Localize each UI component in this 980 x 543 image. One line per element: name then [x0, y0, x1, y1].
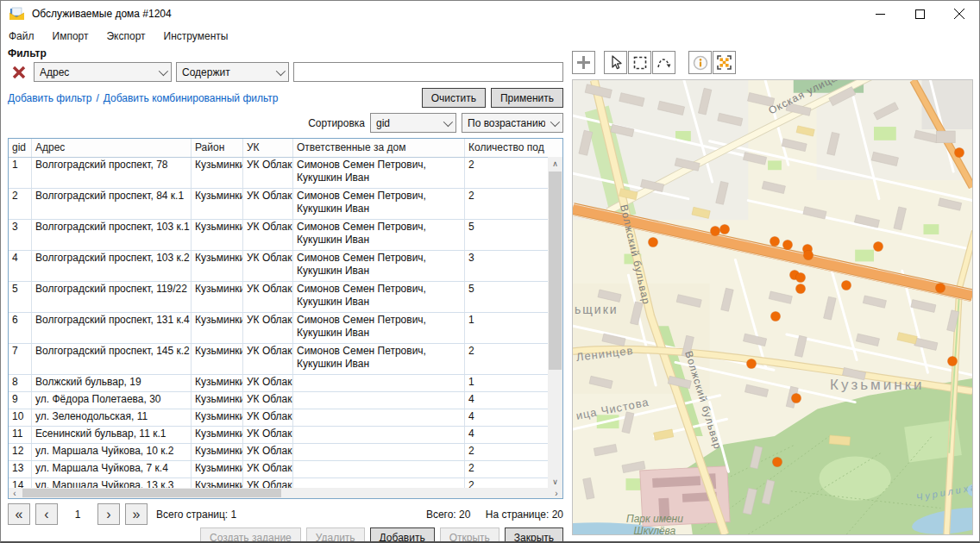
menu-export[interactable]: Экспорт [106, 30, 145, 42]
cell-responsible: Симонов Семен Петрович, Кукушкин Иван [293, 344, 465, 374]
table-row[interactable]: 11Есенинский бульвар, 11 к.1КузьминкиУК … [9, 427, 548, 444]
map-canvas[interactable]: Окская улицаВолжский бульварВолжский бул… [572, 79, 973, 535]
scroll-right-icon[interactable]: › [550, 488, 562, 498]
cell-responsible [293, 409, 465, 426]
house-marker[interactable] [711, 227, 720, 236]
add-filter-link[interactable]: Добавить фильтр [8, 92, 91, 104]
col-header-responsible[interactable]: Ответственные за дом [293, 139, 465, 157]
delete-button[interactable]: Удалить [306, 527, 365, 541]
house-marker[interactable] [842, 281, 851, 290]
prev-page-button[interactable]: ‹ [35, 503, 58, 525]
last-page-button[interactable]: » [125, 503, 148, 525]
sort-direction-select[interactable]: По возрастанию [462, 113, 563, 133]
house-marker[interactable] [874, 242, 883, 252]
table-row[interactable]: 7Волгоградский проспект, 145 к.2Кузьминк… [9, 344, 548, 375]
table-row[interactable]: 2Волгоградский проспект, 84 к.1Кузьминки… [9, 189, 548, 220]
map-tool-info[interactable] [688, 51, 712, 74]
cell-uk: УК Облака [243, 427, 293, 443]
open-button[interactable]: Открыть [440, 527, 499, 541]
house-marker[interactable] [792, 394, 801, 403]
cell-district: Кузьминки [192, 392, 243, 409]
cell-responsible: Симонов Семен Петрович, Кукушкин Иван [293, 189, 465, 219]
house-marker[interactable] [936, 284, 945, 293]
filter-operator-select[interactable]: Содержит [176, 62, 289, 82]
house-marker[interactable] [948, 357, 958, 366]
menu-tools[interactable]: Инструменты [164, 30, 229, 42]
create-task-button[interactable]: Создать задание [200, 527, 301, 541]
totals: Всего: 20 На странице: 20 [414, 509, 563, 521]
col-header-gid[interactable]: gid [9, 139, 32, 157]
scroll-left-icon[interactable]: ‹ [9, 488, 21, 498]
col-header-address[interactable]: Адрес [32, 139, 192, 157]
house-marker[interactable] [804, 251, 814, 260]
cell-address: Волжский бульвар, 19 [32, 375, 192, 391]
add-combined-filter-link[interactable]: Добавить комбинированный фильтр [104, 92, 279, 104]
cell-address: Волгоградский проспект, 119/22 [32, 282, 192, 312]
house-marker[interactable] [649, 238, 658, 247]
cell-district: Кузьминки [192, 282, 243, 312]
table-row[interactable]: 4Волгоградский проспект, 103 к.2Кузьминк… [9, 251, 548, 282]
house-marker[interactable] [796, 284, 806, 294]
horizontal-scrollbar[interactable]: ‹ › [9, 488, 562, 498]
vertical-scroll-thumb[interactable] [549, 172, 562, 370]
filter-row: Адрес Содержит [8, 62, 563, 82]
menu-import[interactable]: Импорт [53, 30, 89, 42]
minimize-button[interactable] [860, 1, 900, 27]
map-tool-fit-markers[interactable] [713, 51, 736, 74]
filter-value-input[interactable] [293, 62, 563, 82]
house-marker[interactable] [770, 237, 780, 247]
on-page-count-label: На странице: 20 [486, 509, 563, 521]
filter-operator-value: Содержит [182, 66, 271, 78]
maximize-icon [915, 9, 925, 19]
add-button[interactable]: Добавить [370, 527, 435, 541]
house-marker[interactable] [771, 312, 781, 321]
map-tool-select[interactable] [604, 51, 627, 74]
table-row[interactable]: 10ул. Зеленодольская, 11КузьминкиУК Обла… [9, 409, 548, 427]
table-header: gid Адрес Район УК Ответственные за дом … [9, 139, 562, 158]
table-row[interactable]: 12ул. Маршала Чуйкова, 10 к.2КузьминкиУК… [9, 444, 548, 461]
table-row[interactable]: 8Волжский бульвар, 19КузьминкиУК Облака1 [9, 375, 548, 392]
filter-field-select[interactable]: Адрес [34, 62, 172, 82]
table-row[interactable]: 1Волгоградский проспект, 78КузьминкиУК О… [9, 158, 548, 189]
map-label: Волжский бульвар [682, 350, 723, 451]
cell-count: 5 [465, 220, 548, 250]
cell-gid: 12 [9, 444, 32, 460]
house-marker[interactable] [773, 458, 782, 467]
col-header-count[interactable]: Количество под [465, 139, 562, 157]
vertical-scrollbar[interactable]: ∧ ∨ [548, 157, 562, 488]
apply-button[interactable]: Применить [491, 88, 563, 108]
map-tool-rect-select[interactable] [628, 51, 651, 74]
remove-filter-icon[interactable] [11, 65, 27, 80]
col-header-district[interactable]: Район [192, 139, 243, 157]
cell-uk: УК Облака [243, 313, 293, 343]
horizontal-scroll-thumb[interactable] [22, 489, 281, 497]
house-marker[interactable] [955, 148, 964, 158]
table-row[interactable]: 5Волгоградский проспект, 119/22Кузьминки… [9, 282, 548, 313]
scroll-up-icon[interactable]: ∧ [548, 157, 562, 170]
menu-file[interactable]: Файл [9, 30, 35, 42]
map-tool-add[interactable] [572, 51, 595, 74]
filter-section-label: Фильтр [8, 47, 563, 59]
scroll-down-icon[interactable]: ∨ [548, 475, 562, 488]
pagination-bar: « ‹ 1 › » Всего страниц: 1 Всего: 20 На … [8, 503, 563, 525]
house-marker[interactable] [783, 240, 793, 250]
first-page-button[interactable]: « [8, 503, 30, 525]
cell-uk: УК Облака [243, 409, 293, 426]
cell-responsible: Симонов Семен Петрович, Кукушкин Иван [293, 220, 465, 250]
house-marker[interactable] [796, 273, 806, 283]
house-marker[interactable] [720, 225, 730, 234]
maximize-button[interactable] [900, 1, 939, 27]
house-marker[interactable] [747, 359, 757, 369]
cell-responsible [293, 427, 465, 443]
close-window-button[interactable]: Закрыть [505, 527, 563, 541]
clear-button[interactable]: Очистить [422, 88, 486, 108]
close-button[interactable] [939, 1, 979, 27]
col-header-uk[interactable]: УК [243, 139, 293, 157]
next-page-button[interactable]: › [97, 503, 120, 525]
table-row[interactable]: 13ул. Маршала Чуйкова, 7 к.4КузьминкиУК … [9, 461, 548, 478]
map-tool-lasso-select[interactable] [652, 51, 675, 74]
sort-field-select[interactable]: gid [370, 113, 456, 133]
table-row[interactable]: 3Волгоградский проспект, 103 к.1Кузьминк… [9, 220, 548, 251]
table-row[interactable]: 9ул. Фёдора Полетаева, 30КузьминкиУК Обл… [9, 392, 548, 409]
table-row[interactable]: 6Волгоградский проспект, 131 к.4Кузьминк… [9, 313, 548, 344]
